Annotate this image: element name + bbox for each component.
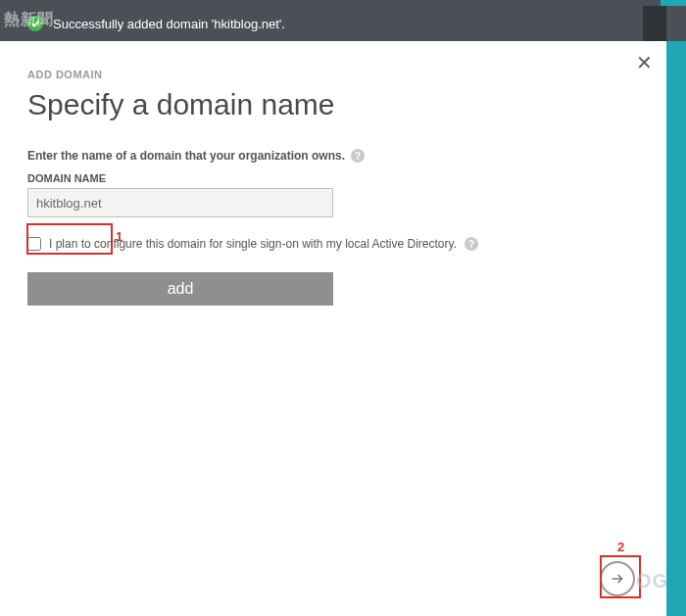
sso-label: I plan to configure this domain for sing… [49, 237, 457, 251]
close-icon[interactable]: ✕ [636, 53, 653, 72]
dialog-body: ✕ ADD DOMAIN Specify a domain name Enter… [0, 41, 666, 616]
domain-name-input[interactable] [27, 188, 333, 217]
add-button[interactable]: add [27, 272, 333, 306]
next-button[interactable] [600, 561, 635, 596]
arrow-right-icon [610, 571, 625, 587]
notification-bar: Successfully added domain 'hkitblog.net'… [0, 6, 686, 41]
accent-stripe-right [666, 41, 686, 616]
sso-row: I plan to configure this domain for sing… [27, 237, 639, 251]
breadcrumb: ADD DOMAIN [27, 69, 639, 80]
domain-name-label: DOMAIN NAME [27, 172, 639, 184]
top-dark-edge [643, 6, 666, 41]
help-icon[interactable]: ? [465, 237, 478, 251]
success-icon [27, 16, 43, 31]
notification-text: Successfully added domain 'hkitblog.net'… [53, 17, 285, 31]
page-title: Specify a domain name [27, 88, 639, 121]
sso-checkbox[interactable] [27, 237, 41, 251]
instruction-text: Enter the name of a domain that your org… [27, 149, 345, 163]
help-icon[interactable]: ? [351, 149, 365, 163]
instruction-row: Enter the name of a domain that your org… [27, 149, 639, 163]
